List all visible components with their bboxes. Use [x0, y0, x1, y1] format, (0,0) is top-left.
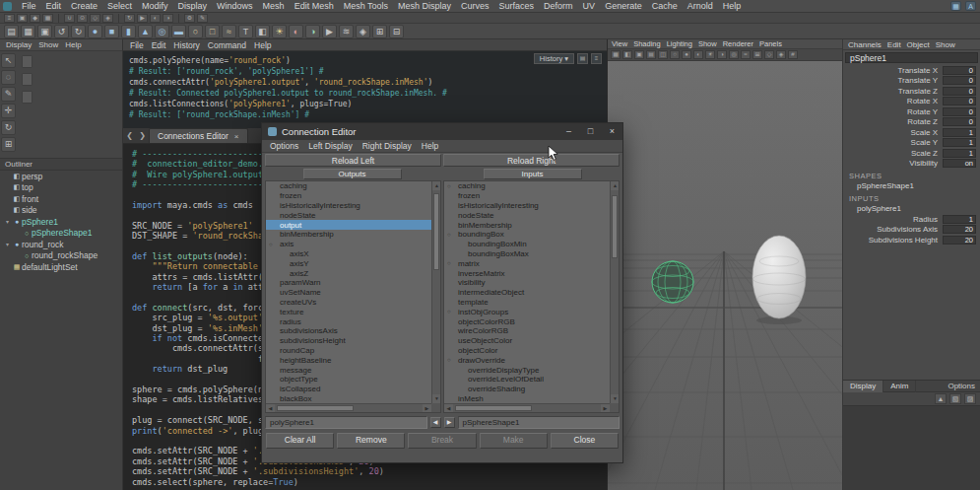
attribute-item-frozen[interactable]: frozen [444, 191, 610, 201]
attribute-item-boundingboxmin[interactable]: boundingBoxMin [444, 240, 610, 249]
channel-menu-channels[interactable]: Channels [848, 40, 882, 49]
attribute-item-boundingboxmax[interactable]: boundingBoxMax [444, 249, 610, 259]
menu-uv[interactable]: UV [578, 0, 601, 12]
textured-icon[interactable]: ◐ [693, 50, 703, 59]
scroll-thumb[interactable] [612, 195, 618, 258]
attribute-item-instobjgroups[interactable]: ○instObjGroups [444, 307, 610, 316]
scroll-thumb[interactable] [433, 193, 439, 270]
channel-value[interactable]: 1 [943, 149, 976, 158]
attribute-item-overridedisplaytype[interactable]: overrideDisplayType [444, 365, 610, 375]
selection-mask-object-icon[interactable]: ▣ [17, 14, 28, 23]
scroll-left-icon[interactable]: ◀ [444, 404, 453, 413]
script-menu-file[interactable]: File [130, 40, 144, 50]
make-button[interactable]: Make [480, 433, 548, 449]
channel-value[interactable]: 20 [943, 236, 976, 245]
motion-blur-icon[interactable]: ≈ [741, 50, 751, 59]
break-button[interactable]: Break [408, 433, 476, 449]
attribute-item-caching[interactable]: caching [266, 181, 431, 191]
node-editor-icon[interactable]: ⊟ [389, 25, 404, 38]
camera-icon[interactable]: ◧ [255, 25, 270, 38]
channel-value[interactable]: 0 [943, 87, 976, 96]
scroll-up-icon[interactable]: ▲ [611, 181, 620, 190]
attribute-item-ishistoricallyinteresting[interactable]: isHistoricallyInteresting [444, 201, 610, 211]
script-menu-command[interactable]: Command [208, 40, 246, 50]
remove-button[interactable]: Remove [337, 433, 405, 449]
scroll-thumb[interactable] [455, 405, 532, 411]
panel-menu-help[interactable]: Help [65, 40, 81, 49]
screen-ao-icon[interactable]: ◎ [729, 50, 739, 59]
grid-toggle-icon[interactable]: # [788, 50, 798, 59]
viewport-menu-show[interactable]: Show [698, 39, 717, 48]
expand-icon[interactable]: ○ [447, 259, 451, 267]
isolate-select-icon[interactable]: ◇ [764, 50, 774, 59]
echo-commands-icon[interactable]: ≡ [591, 53, 602, 64]
nurbs-square-icon[interactable]: □ [205, 25, 220, 38]
move-layer-up-icon[interactable]: ▲ [935, 393, 947, 404]
poly-cylinder-icon[interactable]: ▮ [121, 25, 136, 38]
channel-value[interactable]: 0 [943, 97, 976, 105]
clear-history-icon[interactable]: ▤ [577, 53, 588, 64]
attribute-item-createuvs[interactable]: createUVs [266, 298, 431, 308]
minimize-button[interactable]: – [560, 125, 577, 138]
outliner-item-round-rockshape[interactable]: ○round_rockShape [0, 250, 122, 262]
snap-view-icon[interactable]: ▦ [611, 50, 621, 59]
nurbs-circle-icon[interactable]: ○ [188, 25, 203, 38]
attribute-item-axis[interactable]: ○axis [266, 240, 431, 249]
attribute-item-visibility[interactable]: visibility [444, 278, 610, 288]
move-tool-icon[interactable]: ✛ [1, 104, 16, 118]
outputs-header[interactable]: Outputs [303, 169, 402, 179]
camera-attributes-icon[interactable]: ◧ [622, 50, 632, 59]
attribute-item-objectcolor[interactable]: objectColor [444, 346, 610, 356]
shaded-icon[interactable]: ● [682, 50, 691, 59]
layer-options-menu[interactable]: Options [947, 382, 975, 390]
tab-close-icon[interactable]: × [234, 132, 239, 141]
attribute-item-radius[interactable]: radius [266, 316, 431, 326]
workspace-icon[interactable]: ▦ [950, 1, 961, 11]
channel-menu-show[interactable]: Show [936, 40, 955, 49]
menu-display[interactable]: Display [173, 0, 213, 12]
wireframe-icon[interactable]: ○ [670, 50, 680, 59]
redo-icon[interactable]: ↻ [71, 25, 86, 38]
uv-editor-icon[interactable]: ⊞ [372, 25, 387, 38]
channel-value[interactable]: 1 [943, 138, 976, 147]
menu-cache[interactable]: Cache [647, 0, 683, 12]
material-icon[interactable]: ◐ [289, 25, 303, 38]
swap-left-icon[interactable]: ◀ [430, 417, 441, 428]
render-settings-icon[interactable]: ⚙ [184, 14, 195, 23]
viewport-scene[interactable] [608, 61, 842, 490]
outliner-item-psphereshape1[interactable]: ○pSphereShape1 [0, 228, 122, 240]
menu-select[interactable]: Select [102, 0, 137, 12]
new-layer-from-selected-icon[interactable]: ▨ [964, 393, 976, 404]
history-dropdown[interactable]: History ▾ [534, 53, 574, 64]
menu-modify[interactable]: Modify [137, 0, 173, 12]
attribute-item-objecttype[interactable]: objectType [266, 375, 431, 385]
menu-create[interactable]: Create [66, 0, 102, 12]
sphere-object[interactable] [652, 261, 693, 303]
menu-surfaces[interactable]: Surfaces [494, 0, 540, 12]
hypershade-icon[interactable]: ◈ [356, 25, 370, 38]
expand-icon[interactable]: ○ [447, 231, 451, 239]
viewport-canvas[interactable] [608, 61, 842, 490]
outliner-item-top[interactable]: ◧top [0, 182, 122, 194]
attribute-item-frozen[interactable]: frozen [266, 191, 431, 201]
ipr-render-icon[interactable]: ◑ [163, 14, 173, 23]
panel-menu-show[interactable]: Show [38, 40, 58, 49]
reload-right-button[interactable]: Reload Right [443, 154, 620, 167]
reload-left-button[interactable]: Reload Left [265, 154, 441, 167]
expand-icon[interactable]: ○ [447, 356, 451, 364]
construction-history-icon[interactable]: ↻ [124, 14, 135, 23]
expand-icon[interactable]: ○ [269, 241, 273, 248]
selected-node-name[interactable]: pSphere1 [845, 52, 978, 63]
outliner-item-side[interactable]: ◧side [0, 205, 122, 217]
inputs-vertical-scrollbar[interactable]: ▲ ▼ [610, 181, 619, 403]
select-tool-icon[interactable]: ↖ [1, 53, 16, 68]
open-render-view-icon[interactable]: ▶ [137, 14, 148, 23]
expand-icon[interactable]: ○ [447, 308, 451, 315]
attribute-item-iscollapsed[interactable]: isCollapsed [266, 385, 431, 394]
text-tool-icon[interactable]: T [238, 25, 253, 38]
menu-file[interactable]: File [17, 0, 41, 12]
panel-menu-display[interactable]: Display [6, 40, 32, 49]
multisample-icon[interactable]: ⊞ [752, 50, 762, 59]
maximize-button[interactable]: □ [582, 125, 599, 138]
attribute-item-axisy[interactable]: axisY [266, 258, 431, 268]
